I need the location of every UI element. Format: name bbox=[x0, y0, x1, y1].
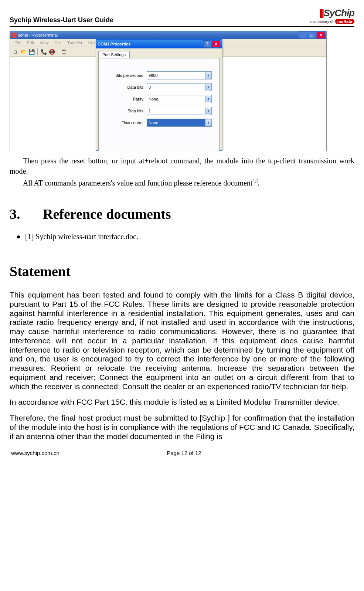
combo-baud[interactable]: 9600▼ bbox=[147, 71, 212, 79]
label-baud: Bits per second: bbox=[99, 73, 144, 78]
chevron-down-icon: ▼ bbox=[205, 84, 211, 91]
dialog-titlebar: COM1 Properties ? × bbox=[96, 40, 222, 48]
section-3-heading: 3.Reference documents bbox=[10, 206, 354, 222]
call-icon[interactable]: 📞 bbox=[40, 48, 47, 55]
hyperterminal-titlebar: serial - HyperTerminal _ □ × bbox=[10, 31, 326, 39]
menu-file[interactable]: File bbox=[11, 40, 24, 46]
open-icon[interactable]: 📂 bbox=[20, 48, 27, 55]
help-button[interactable]: ? bbox=[203, 40, 211, 48]
reference-item: [1] Sychip wireless-uart interface.doc. bbox=[10, 232, 354, 241]
window-title-text: serial - HyperTerminal bbox=[18, 33, 58, 37]
menu-view[interactable]: View bbox=[37, 40, 52, 46]
post-image-text: Then press the reset button, or input at… bbox=[10, 156, 354, 188]
tab-body: Bits per second: 9600▼ Data bits: 8▼ Par… bbox=[98, 58, 220, 151]
logo: |||SyChip a subsidiary of muRata bbox=[309, 7, 354, 24]
chevron-down-icon: ▼ bbox=[205, 96, 211, 102]
tab-port-settings[interactable]: Port Settings bbox=[98, 51, 130, 58]
new-icon[interactable]: 🗋 bbox=[11, 48, 19, 55]
bullet-icon bbox=[17, 235, 20, 238]
chevron-down-icon: ▼ bbox=[205, 108, 211, 114]
app-icon bbox=[11, 33, 17, 38]
statement-heading: Statement bbox=[10, 263, 354, 279]
combo-stopbits[interactable]: 1▼ bbox=[147, 107, 212, 115]
com1-properties-dialog: COM1 Properties ? × Port Settings Bits p… bbox=[96, 39, 222, 151]
properties-icon[interactable]: 🗔 bbox=[60, 48, 68, 55]
label-databits: Data bits: bbox=[99, 85, 144, 89]
label-stopbits: Stop bits: bbox=[99, 109, 144, 113]
dialog-close-button[interactable]: × bbox=[212, 40, 220, 48]
embedded-screenshot: serial - HyperTerminal _ □ × File Edit V… bbox=[10, 31, 327, 151]
menu-transfer[interactable]: Transfer bbox=[64, 40, 85, 46]
combo-parity[interactable]: None▼ bbox=[147, 95, 212, 103]
page-footer: www.sychip.com.cn Page 12 of 12 bbox=[10, 450, 354, 456]
chevron-down-icon: ▼ bbox=[205, 119, 211, 126]
footer-page: Page 12 of 12 bbox=[167, 450, 201, 456]
menu-call[interactable]: Call bbox=[51, 40, 64, 46]
close-button[interactable]: × bbox=[317, 31, 325, 39]
combo-databits[interactable]: 8▼ bbox=[147, 83, 212, 91]
label-parity: Parity: bbox=[99, 97, 144, 101]
statement-p2: In accordance with FCC Part 15C, this mo… bbox=[10, 398, 354, 407]
label-flowcontrol: Flow control: bbox=[99, 120, 144, 125]
disconnect-icon[interactable]: 📵 bbox=[48, 48, 55, 55]
statement-p3: Therefore, the final host product must b… bbox=[10, 414, 354, 441]
minimize-button[interactable]: _ bbox=[299, 31, 307, 39]
save-icon[interactable]: 💾 bbox=[28, 48, 35, 55]
header-rule bbox=[10, 26, 354, 27]
footer-url: www.sychip.com.cn bbox=[11, 450, 59, 456]
combo-flowcontrol[interactable]: None▼ bbox=[147, 119, 212, 127]
chevron-down-icon: ▼ bbox=[205, 72, 211, 79]
tab-strip: Port Settings bbox=[96, 48, 222, 58]
dialog-title-text: COM1 Properties bbox=[98, 42, 130, 46]
page-header: Sychip Wireless-Uart User Guide |||SyChi… bbox=[10, 7, 354, 24]
statement-p1: This equipment has been tested and found… bbox=[10, 291, 354, 391]
statement-body: This equipment has been tested and found… bbox=[10, 291, 354, 441]
doc-title: Sychip Wireless-Uart User Guide bbox=[10, 7, 113, 24]
menu-edit[interactable]: Edit bbox=[24, 40, 37, 46]
maximize-button[interactable]: □ bbox=[308, 31, 316, 39]
